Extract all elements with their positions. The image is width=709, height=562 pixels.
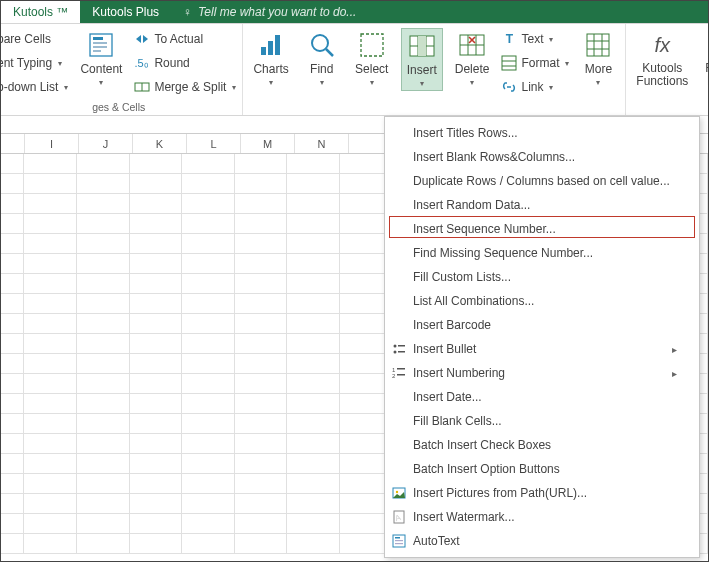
select-button[interactable]: Select▾ bbox=[351, 28, 393, 89]
insert-dropdown-menu: Insert Titles Rows... Insert Blank Rows&… bbox=[384, 116, 700, 558]
menu-fill-blank-cells[interactable]: Fill Blank Cells... bbox=[385, 409, 699, 433]
merge-split-button[interactable]: Merge & Split▾ bbox=[134, 76, 236, 98]
menu-autotext[interactable]: AutoText bbox=[385, 529, 699, 553]
merge-icon bbox=[134, 79, 150, 95]
fx-icon: fx bbox=[647, 30, 677, 60]
chevron-down-icon: ▾ bbox=[596, 78, 600, 87]
select-icon bbox=[357, 30, 387, 60]
col-header[interactable]: I bbox=[25, 134, 79, 153]
menu-insert-watermark[interactable]: A Insert Watermark... bbox=[385, 505, 699, 529]
form-help-label: Form Help bbox=[704, 62, 708, 88]
chevron-down-icon: ▾ bbox=[269, 78, 273, 87]
chevron-down-icon: ▾ bbox=[420, 79, 424, 88]
dropdown-list-label: p-down List bbox=[1, 80, 58, 94]
kutools-functions-button[interactable]: fx Kutools Functions bbox=[632, 28, 692, 90]
link-button[interactable]: Link▾ bbox=[501, 76, 569, 98]
svg-line-11 bbox=[326, 49, 333, 56]
chevron-right-icon: ▸ bbox=[672, 344, 677, 355]
to-actual-button[interactable]: To Actual bbox=[134, 28, 236, 50]
menu-batch-insert-check-boxes[interactable]: Batch Insert Check Boxes bbox=[385, 433, 699, 457]
delete-label: Delete bbox=[455, 62, 490, 76]
svg-point-34 bbox=[394, 351, 397, 354]
menu-find-missing-sequence-number[interactable]: Find Missing Sequence Number... bbox=[385, 241, 699, 265]
chevron-down-icon: ▾ bbox=[549, 83, 553, 92]
text-button[interactable]: T Text▾ bbox=[501, 28, 569, 50]
merge-split-label: Merge & Split bbox=[154, 80, 226, 94]
chevron-down-icon: ▾ bbox=[320, 78, 324, 87]
svg-rect-4 bbox=[93, 50, 101, 52]
menu-duplicate-rows-columns[interactable]: Duplicate Rows / Columns based on cell v… bbox=[385, 169, 699, 193]
find-button[interactable]: Find▾ bbox=[301, 28, 343, 89]
menu-batch-insert-option-buttons[interactable]: Batch Insert Option Buttons bbox=[385, 457, 699, 481]
insert-label: Insert bbox=[407, 63, 437, 77]
ent-typing-label: ent Typing bbox=[1, 56, 52, 70]
charts-button[interactable]: Charts▾ bbox=[249, 28, 292, 89]
find-label: Find bbox=[310, 62, 333, 76]
select-label: Select bbox=[355, 62, 388, 76]
menu-insert-date[interactable]: Insert Date... bbox=[385, 385, 699, 409]
menu-insert-blank-rows-columns[interactable]: Insert Blank Rows&Columns... bbox=[385, 145, 699, 169]
dropdown-list-button[interactable]: p-down List▾ bbox=[1, 76, 68, 98]
chevron-down-icon: ▾ bbox=[232, 83, 236, 92]
bullet-list-icon bbox=[391, 341, 407, 357]
search-icon bbox=[307, 30, 337, 60]
delete-icon bbox=[457, 30, 487, 60]
col-header[interactable]: L bbox=[187, 134, 241, 153]
tell-me-placeholder: Tell me what you want to do... bbox=[198, 5, 356, 19]
format-icon bbox=[501, 55, 517, 71]
format-label: Format bbox=[521, 56, 559, 70]
col-header[interactable]: K bbox=[133, 134, 187, 153]
menu-fill-custom-lists[interactable]: Fill Custom Lists... bbox=[385, 265, 699, 289]
svg-rect-27 bbox=[587, 34, 609, 56]
link-label: Link bbox=[521, 80, 543, 94]
svg-rect-33 bbox=[398, 345, 405, 347]
menu-insert-pictures-from-path[interactable]: Insert Pictures from Path(URL)... bbox=[385, 481, 699, 505]
group-label-formula bbox=[684, 99, 687, 115]
link-icon bbox=[501, 79, 517, 95]
prevent-typing-button[interactable]: ent Typing▾ bbox=[1, 52, 68, 74]
number-list-icon: 12 bbox=[391, 365, 407, 381]
svg-rect-9 bbox=[275, 35, 280, 55]
svg-rect-12 bbox=[361, 34, 383, 56]
tab-kutools[interactable]: Kutools ™ bbox=[1, 1, 80, 23]
svg-rect-24 bbox=[502, 56, 516, 70]
menu-insert-random-data[interactable]: Insert Random Data... bbox=[385, 193, 699, 217]
menu-list-all-combinations[interactable]: List All Combinations... bbox=[385, 289, 699, 313]
picture-icon bbox=[391, 485, 407, 501]
menu-insert-numbering[interactable]: 12 Insert Numbering▸ bbox=[385, 361, 699, 385]
format-button[interactable]: Format▾ bbox=[501, 52, 569, 74]
svg-point-41 bbox=[396, 491, 398, 493]
arrows-icon bbox=[134, 31, 150, 47]
text-icon: T bbox=[501, 32, 517, 46]
svg-rect-39 bbox=[397, 374, 405, 376]
more-button[interactable]: More▾ bbox=[577, 28, 619, 89]
col-header[interactable]: N bbox=[295, 134, 349, 153]
formula-helper-button[interactable]: { Form Help bbox=[700, 28, 708, 90]
round-label: Round bbox=[154, 56, 189, 70]
menu-insert-sequence-number[interactable]: Insert Sequence Number... bbox=[385, 217, 699, 241]
group-formula: fx Kutools Functions { Form Help bbox=[626, 24, 708, 115]
round-button[interactable]: .5₀ Round bbox=[134, 52, 236, 74]
col-header[interactable]: M bbox=[241, 134, 295, 153]
svg-rect-2 bbox=[93, 42, 107, 44]
delete-button[interactable]: Delete▾ bbox=[451, 28, 494, 89]
content-button[interactable]: Content▾ bbox=[76, 28, 126, 89]
menu-insert-bullet[interactable]: Insert Bullet▸ bbox=[385, 337, 699, 361]
svg-point-10 bbox=[312, 35, 328, 51]
content-label: Content bbox=[80, 62, 122, 76]
svg-rect-47 bbox=[395, 543, 403, 544]
text-label: Text bbox=[521, 32, 543, 46]
svg-rect-37 bbox=[397, 368, 405, 370]
watermark-icon: A bbox=[391, 509, 407, 525]
round-icon: .5₀ bbox=[134, 57, 150, 70]
col-header[interactable]: J bbox=[79, 134, 133, 153]
tell-me-search[interactable]: ♀ Tell me what you want to do... bbox=[171, 1, 708, 23]
compare-cells-button[interactable]: pare Cells bbox=[1, 28, 68, 50]
svg-rect-7 bbox=[261, 47, 266, 55]
lightbulb-icon: ♀ bbox=[183, 5, 192, 19]
menu-insert-titles-rows[interactable]: Insert Titles Rows... bbox=[385, 121, 699, 145]
menu-insert-barcode[interactable]: Insert Barcode bbox=[385, 313, 699, 337]
group-label-editing bbox=[433, 99, 436, 115]
insert-button[interactable]: Insert▾ bbox=[401, 28, 443, 91]
tab-kutools-plus[interactable]: Kutools Plus bbox=[80, 1, 171, 23]
